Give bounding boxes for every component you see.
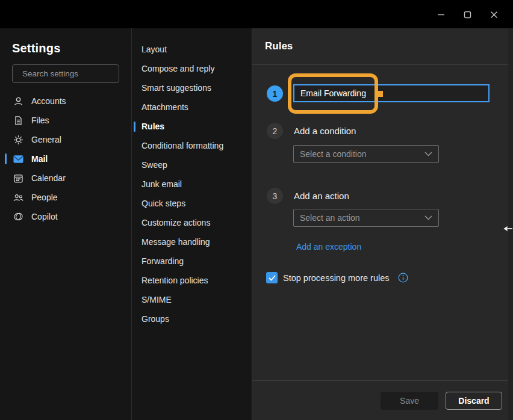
calendar-icon — [13, 173, 23, 184]
subnav-item-forwarding[interactable]: Forwarding — [132, 252, 252, 271]
sidebar-item-label: General — [31, 135, 61, 144]
subnav-item-attachments[interactable]: Attachments — [132, 97, 252, 117]
search-box[interactable] — [12, 64, 119, 83]
settings-window: Settings Accounts — [0, 0, 513, 420]
subnav-item-message-handling[interactable]: Message handling — [132, 232, 252, 252]
sidebar-item-general[interactable]: General — [0, 130, 131, 149]
sidebar-item-label: Mail — [31, 154, 48, 164]
mail-settings-subnav: Layout Compose and reply Smart suggestio… — [132, 28, 252, 420]
stop-processing-row: Stop processing more rules — [266, 272, 408, 283]
chevron-down-icon — [424, 215, 432, 220]
sidebar-item-label: People — [31, 193, 58, 202]
sidebar-item-accounts[interactable]: Accounts — [0, 91, 131, 111]
subnav-item-layout[interactable]: Layout — [132, 40, 252, 59]
settings-title: Settings — [12, 42, 131, 55]
sidebar-item-calendar[interactable]: Calendar — [0, 168, 131, 188]
rules-panel: Rules 1 2 Add a condition Select a condi… — [252, 28, 513, 420]
action-step-label: Add an action — [294, 191, 349, 201]
step-1-badge: 1 — [267, 85, 283, 102]
rule-name-input[interactable] — [293, 84, 490, 102]
sidebar-item-label: Copilot — [31, 212, 58, 221]
close-button[interactable] — [480, 5, 507, 24]
sidebar-item-label: Files — [31, 116, 49, 125]
save-button[interactable]: Save — [381, 392, 438, 410]
selected-indicator — [5, 153, 7, 164]
step-3-badge: 3 — [267, 188, 283, 204]
info-icon[interactable] — [398, 273, 408, 283]
check-icon — [269, 275, 276, 281]
stop-processing-checkbox[interactable] — [266, 272, 278, 283]
file-icon — [13, 116, 23, 126]
sidebar-item-copilot[interactable]: Copilot — [0, 207, 131, 226]
condition-step-label: Add a condition — [294, 126, 356, 136]
sidebar-item-label: Accounts — [31, 96, 66, 106]
maximize-icon — [464, 11, 471, 19]
action-dropdown[interactable]: Select an action — [293, 209, 439, 227]
window-controls — [428, 5, 507, 24]
add-exception-link[interactable]: Add an exception — [296, 242, 361, 252]
minimize-icon — [437, 11, 445, 19]
subnav-item-rules[interactable]: Rules — [132, 117, 252, 136]
sidebar-nav: Accounts Files — [0, 91, 131, 226]
discard-button[interactable]: Discard — [446, 392, 502, 410]
subnav-item-groups[interactable]: Groups — [132, 309, 252, 329]
subnav-item-retention-policies[interactable]: Retention policies — [132, 271, 252, 290]
mail-icon — [13, 154, 23, 164]
subnav-item-smart-suggestions[interactable]: Smart suggestions — [132, 78, 252, 97]
subnav-item-customize-actions[interactable]: Customize actions — [132, 213, 252, 232]
selected-indicator — [134, 122, 135, 132]
sidebar-item-label: Calendar — [31, 173, 66, 183]
subnav-item-quick-steps[interactable]: Quick steps — [132, 194, 252, 213]
search-input[interactable] — [22, 69, 129, 78]
sidebar-item-files[interactable]: Files — [0, 111, 131, 130]
rules-footer: Save Discard — [252, 380, 513, 420]
subnav-item-smime[interactable]: S/MIME — [132, 290, 252, 309]
subnav-item-junk-email[interactable]: Junk email — [132, 174, 252, 194]
stop-processing-label: Stop processing more rules — [283, 273, 390, 283]
close-icon — [490, 11, 498, 19]
people-icon — [13, 193, 23, 203]
mouse-cursor — [503, 224, 512, 235]
chevron-down-icon — [424, 152, 432, 156]
maximize-button[interactable] — [454, 5, 480, 24]
rules-body: 1 2 Add a condition Select a condition — [252, 65, 513, 380]
page-title: Rules — [265, 40, 293, 52]
step-2-badge: 2 — [267, 123, 283, 139]
minimize-button[interactable] — [428, 5, 454, 24]
gear-icon — [13, 135, 23, 145]
subnav-item-conditional-formatting[interactable]: Conditional formatting — [132, 136, 252, 155]
sidebar-item-mail[interactable]: Mail — [0, 149, 131, 168]
copilot-icon — [13, 212, 23, 222]
sidebar-item-people[interactable]: People — [0, 188, 131, 207]
action-dropdown-value: Select an action — [300, 213, 424, 223]
settings-sidebar: Settings Accounts — [0, 28, 132, 420]
rules-header: Rules — [252, 28, 513, 65]
titlebar — [0, 0, 513, 28]
subnav-item-compose-and-reply[interactable]: Compose and reply — [132, 59, 252, 78]
condition-dropdown-value: Select a condition — [300, 149, 424, 159]
subnav-item-sweep[interactable]: Sweep — [132, 155, 252, 174]
person-icon — [13, 96, 23, 107]
condition-dropdown[interactable]: Select a condition — [293, 145, 439, 163]
